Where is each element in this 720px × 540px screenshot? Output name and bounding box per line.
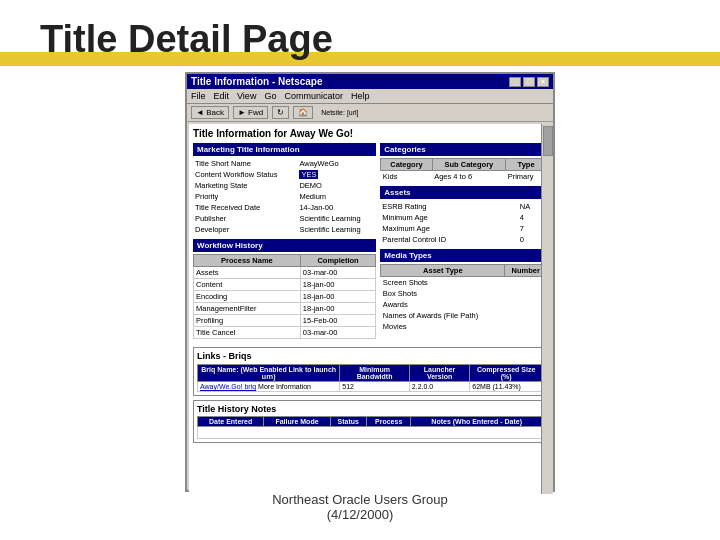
value-developer: Scientific Learning: [297, 224, 376, 235]
page-title: Title Detail Page: [40, 18, 333, 61]
history-header-row: Date Entered Failure Mode Status Process…: [198, 417, 543, 427]
page-heading: Title Information for Away We Go!: [193, 128, 547, 139]
hist-col-process: Process: [366, 417, 410, 427]
wf-content-date: 18-jan-00: [300, 279, 376, 291]
window-title: Title Information - Netscape: [191, 76, 323, 87]
close-button[interactable]: ×: [537, 77, 549, 87]
links-col-name: Briq Name: (Web Enabled Link to launch u…: [198, 365, 340, 382]
table-row: Names of Awards (File Path): [381, 310, 547, 321]
content-area: Title Information for Away We Go! Market…: [189, 124, 551, 494]
wf-encoding: Encoding: [194, 291, 301, 303]
label-priority: Priority: [193, 191, 297, 202]
hist-empty: [198, 427, 543, 439]
wf-cancel-date: 03-mar-00: [300, 327, 376, 339]
hist-col-failure: Failure Mode: [264, 417, 330, 427]
wf-encoding-date: 18-jan-00: [300, 291, 376, 303]
table-row: Publisher Scientific Learning: [193, 213, 376, 224]
media-award-names: Names of Awards (File Path): [381, 310, 505, 321]
table-row: ManagementFilter 18-jan-00: [194, 303, 376, 315]
table-row: Content Workflow Status YES: [193, 169, 376, 180]
menu-help[interactable]: Help: [351, 91, 370, 101]
media-box-shots: Box Shots: [381, 288, 505, 299]
history-header: Title History Notes: [197, 404, 543, 414]
label-esrb: ESRB Rating: [380, 201, 517, 212]
links-briq-name: Away/We.Go! briq More Information: [198, 382, 340, 392]
netscape-window: Title Information - Netscape _ □ × File …: [185, 72, 555, 492]
minimize-button[interactable]: _: [509, 77, 521, 87]
links-header-row: Briq Name: (Web Enabled Link to launch u…: [198, 365, 543, 382]
scrollbar[interactable]: [541, 124, 553, 494]
toolbar: ◄ Back ► Fwd ↻ 🏠 Netsite: [url]: [187, 104, 553, 122]
label-title-short-name: Title Short Name: [193, 158, 297, 169]
table-row: Title Received Date 14-Jan-00: [193, 202, 376, 213]
assets-section-header: Assets: [380, 186, 547, 199]
right-column: Categories Category Sub Category Type Ki…: [380, 143, 547, 343]
menu-communicator[interactable]: Communicator: [284, 91, 343, 101]
table-row: Maximum Age 7: [380, 223, 547, 234]
briq-link[interactable]: Away/We.Go! briq: [200, 383, 256, 390]
window-controls: _ □ ×: [509, 77, 549, 87]
value-workflow-status: YES: [297, 169, 376, 180]
slide: Title Detail Page Title Information - Ne…: [0, 0, 720, 540]
wf-profiling-date: 15-Feb-00: [300, 315, 376, 327]
scroll-thumb[interactable]: [543, 126, 553, 156]
home-button[interactable]: 🏠: [293, 106, 313, 119]
table-row: Away/We.Go! briq More Information 512 2.…: [198, 382, 543, 392]
left-column: Marketing Title Information Title Short …: [193, 143, 376, 343]
links-version: 2.2.0.0: [409, 382, 469, 392]
label-publisher: Publisher: [193, 213, 297, 224]
links-col-size: Compressed Size (%): [470, 365, 543, 382]
label-parental-control: Parental Control ID: [380, 234, 517, 245]
table-row: Title Short Name AwayWeGo: [193, 158, 376, 169]
wf-mgmt-date: 18-jan-00: [300, 303, 376, 315]
links-header: Links - Briqs: [197, 351, 543, 361]
table-row: Content 18-jan-00: [194, 279, 376, 291]
label-max-age: Maximum Age: [380, 223, 517, 234]
wf-profiling: Profiling: [194, 315, 301, 327]
categories-table: Category Sub Category Type Kids Ages 4 t…: [380, 158, 547, 182]
wf-mgmt: ManagementFilter: [194, 303, 301, 315]
table-row: Box Shots: [381, 288, 547, 299]
history-table: Date Entered Failure Mode Status Process…: [197, 416, 543, 439]
cat-kids: Kids: [381, 171, 432, 183]
table-row: Kids Ages 4 to 6 Primary: [381, 171, 547, 183]
categories-section-header: Categories: [380, 143, 547, 156]
table-row: Minimum Age 4: [380, 212, 547, 223]
table-row: Encoding 18-jan-00: [194, 291, 376, 303]
value-received-date: 14-Jan-00: [297, 202, 376, 213]
media-screen-shots: Screen Shots: [381, 277, 505, 289]
maximize-button[interactable]: □: [523, 77, 535, 87]
marketing-table: Title Short Name AwayWeGo Content Workfl…: [193, 158, 376, 235]
wf-col-process: Process Name: [194, 255, 301, 267]
table-row: Marketing State DEMO: [193, 180, 376, 191]
workflow-header-row: Process Name Completion: [194, 255, 376, 267]
menu-bar: File Edit View Go Communicator Help: [187, 89, 553, 104]
footer-line1: Northeast Oracle Users Group: [272, 492, 448, 507]
reload-button[interactable]: ↻: [272, 106, 289, 119]
marketing-section-header: Marketing Title Information: [193, 143, 376, 156]
value-priority: Medium: [297, 191, 376, 202]
links-section: Links - Briqs Briq Name: (Web Enabled Li…: [193, 347, 547, 396]
label-marketing-state: Marketing State: [193, 180, 297, 191]
wf-assets: Assets: [194, 267, 301, 279]
menu-view[interactable]: View: [237, 91, 256, 101]
back-button[interactable]: ◄ Back: [191, 106, 229, 119]
cat-col-subcategory: Sub Category: [432, 159, 506, 171]
label-workflow-status: Content Workflow Status: [193, 169, 297, 180]
label-received-date: Title Received Date: [193, 202, 297, 213]
table-row: Parental Control ID 0: [380, 234, 547, 245]
links-col-bandwidth: Minimum Bandwidth: [340, 365, 409, 382]
label-min-age: Minimum Age: [380, 212, 517, 223]
hist-col-notes: Notes (Who Entered - Date): [411, 417, 543, 427]
table-row: [198, 427, 543, 439]
menu-go[interactable]: Go: [264, 91, 276, 101]
forward-button[interactable]: ► Fwd: [233, 106, 268, 119]
assets-table: ESRB Rating NA Minimum Age 4 Maximum Age…: [380, 201, 547, 245]
cat-ages: Ages 4 to 6: [432, 171, 506, 183]
table-row: Screen Shots: [381, 277, 547, 289]
menu-file[interactable]: File: [191, 91, 206, 101]
links-table: Briq Name: (Web Enabled Link to launch u…: [197, 364, 543, 392]
links-bandwidth: 512: [340, 382, 409, 392]
wf-cancel: Title Cancel: [194, 327, 301, 339]
menu-edit[interactable]: Edit: [214, 91, 230, 101]
